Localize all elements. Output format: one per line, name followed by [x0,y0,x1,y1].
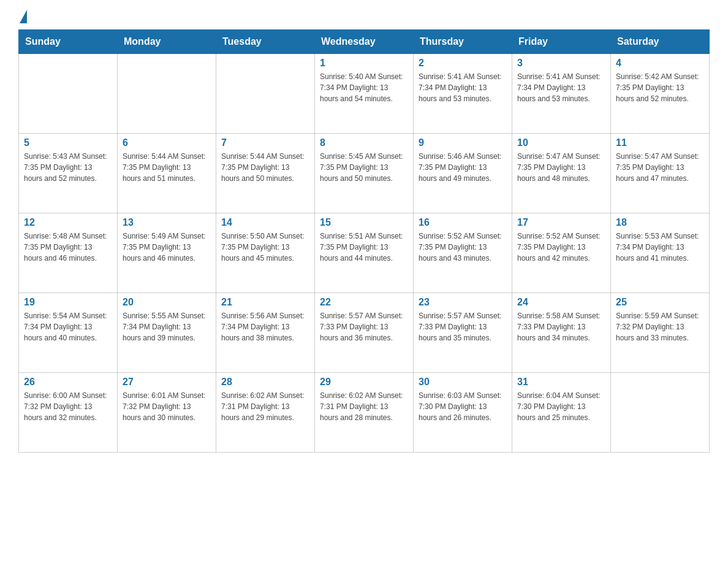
calendar-cell: 11Sunrise: 5:47 AM Sunset: 7:35 PM Dayli… [611,134,710,213]
calendar-week-2: 5Sunrise: 5:43 AM Sunset: 7:35 PM Daylig… [19,134,710,213]
calendar-cell: 6Sunrise: 5:44 AM Sunset: 7:35 PM Daylig… [118,134,216,213]
day-info: Sunrise: 5:54 AM Sunset: 7:34 PM Dayligh… [24,310,112,343]
day-info: Sunrise: 6:03 AM Sunset: 7:30 PM Dayligh… [419,390,507,423]
day-number: 30 [419,377,507,388]
day-number: 19 [24,297,112,308]
day-number: 18 [616,217,704,228]
day-info: Sunrise: 5:52 AM Sunset: 7:35 PM Dayligh… [517,231,605,264]
calendar-cell: 9Sunrise: 5:46 AM Sunset: 7:35 PM Daylig… [414,134,512,213]
weekday-header-monday: Monday [118,30,216,54]
day-number: 10 [517,137,605,148]
day-number: 22 [320,297,408,308]
calendar-cell: 16Sunrise: 5:52 AM Sunset: 7:35 PM Dayli… [414,213,512,293]
calendar-cell: 15Sunrise: 5:51 AM Sunset: 7:35 PM Dayli… [315,213,414,293]
calendar-cell: 5Sunrise: 5:43 AM Sunset: 7:35 PM Daylig… [19,134,118,213]
calendar-cell: 2Sunrise: 5:41 AM Sunset: 7:34 PM Daylig… [414,54,512,134]
day-info: Sunrise: 5:44 AM Sunset: 7:35 PM Dayligh… [123,151,211,184]
day-info: Sunrise: 5:40 AM Sunset: 7:34 PM Dayligh… [320,71,408,104]
day-info: Sunrise: 5:41 AM Sunset: 7:34 PM Dayligh… [517,71,605,104]
day-info: Sunrise: 5:42 AM Sunset: 7:35 PM Dayligh… [616,71,704,104]
calendar-cell: 30Sunrise: 6:03 AM Sunset: 7:30 PM Dayli… [414,373,512,453]
day-info: Sunrise: 5:56 AM Sunset: 7:34 PM Dayligh… [221,310,309,343]
day-number: 3 [517,58,605,69]
calendar-cell: 24Sunrise: 5:58 AM Sunset: 7:33 PM Dayli… [512,293,611,373]
calendar-cell [118,54,216,134]
calendar-week-5: 26Sunrise: 6:00 AM Sunset: 7:32 PM Dayli… [19,373,710,453]
calendar-cell: 14Sunrise: 5:50 AM Sunset: 7:35 PM Dayli… [216,213,315,293]
day-info: Sunrise: 6:02 AM Sunset: 7:31 PM Dayligh… [320,390,408,423]
day-info: Sunrise: 5:55 AM Sunset: 7:34 PM Dayligh… [123,310,211,343]
day-number: 4 [616,58,704,69]
day-info: Sunrise: 5:57 AM Sunset: 7:33 PM Dayligh… [419,310,507,343]
calendar-cell: 22Sunrise: 5:57 AM Sunset: 7:33 PM Dayli… [315,293,414,373]
calendar-cell: 28Sunrise: 6:02 AM Sunset: 7:31 PM Dayli… [216,373,315,453]
day-number: 12 [24,217,112,228]
day-info: Sunrise: 5:43 AM Sunset: 7:35 PM Dayligh… [24,151,112,184]
weekday-header-friday: Friday [512,30,611,54]
calendar-cell: 8Sunrise: 5:45 AM Sunset: 7:35 PM Daylig… [315,134,414,213]
calendar-cell: 1Sunrise: 5:40 AM Sunset: 7:34 PM Daylig… [315,54,414,134]
day-number: 26 [24,377,112,388]
calendar-cell: 13Sunrise: 5:49 AM Sunset: 7:35 PM Dayli… [118,213,216,293]
calendar-week-4: 19Sunrise: 5:54 AM Sunset: 7:34 PM Dayli… [19,293,710,373]
day-number: 5 [24,137,112,148]
weekday-header-sunday: Sunday [19,30,118,54]
calendar-cell: 12Sunrise: 5:48 AM Sunset: 7:35 PM Dayli… [19,213,118,293]
day-number: 6 [123,137,211,148]
day-info: Sunrise: 5:58 AM Sunset: 7:33 PM Dayligh… [517,310,605,343]
day-info: Sunrise: 6:00 AM Sunset: 7:32 PM Dayligh… [24,390,112,423]
calendar-cell: 27Sunrise: 6:01 AM Sunset: 7:32 PM Dayli… [118,373,216,453]
calendar-cell: 29Sunrise: 6:02 AM Sunset: 7:31 PM Dayli… [315,373,414,453]
calendar-header: SundayMondayTuesdayWednesdayThursdayFrid… [19,30,710,54]
day-info: Sunrise: 6:01 AM Sunset: 7:32 PM Dayligh… [123,390,211,423]
day-number: 16 [419,217,507,228]
calendar-cell: 21Sunrise: 5:56 AM Sunset: 7:34 PM Dayli… [216,293,315,373]
day-info: Sunrise: 5:52 AM Sunset: 7:35 PM Dayligh… [419,231,507,264]
calendar-week-3: 12Sunrise: 5:48 AM Sunset: 7:35 PM Dayli… [19,213,710,293]
calendar-cell: 4Sunrise: 5:42 AM Sunset: 7:35 PM Daylig… [611,54,710,134]
calendar-cell [216,54,315,134]
calendar-cell [19,54,118,134]
day-info: Sunrise: 5:46 AM Sunset: 7:35 PM Dayligh… [419,151,507,184]
calendar-cell: 17Sunrise: 5:52 AM Sunset: 7:35 PM Dayli… [512,213,611,293]
day-info: Sunrise: 5:50 AM Sunset: 7:35 PM Dayligh… [221,231,309,264]
weekday-header-thursday: Thursday [414,30,512,54]
day-info: Sunrise: 6:02 AM Sunset: 7:31 PM Dayligh… [221,390,309,423]
day-info: Sunrise: 5:41 AM Sunset: 7:34 PM Dayligh… [419,71,507,104]
calendar-cell: 18Sunrise: 5:53 AM Sunset: 7:34 PM Dayli… [611,213,710,293]
day-number: 25 [616,297,704,308]
day-info: Sunrise: 5:47 AM Sunset: 7:35 PM Dayligh… [616,151,704,184]
day-number: 9 [419,137,507,148]
day-info: Sunrise: 5:53 AM Sunset: 7:34 PM Dayligh… [616,231,704,264]
logo-triangle-icon [20,10,27,23]
day-number: 24 [517,297,605,308]
weekday-header-wednesday: Wednesday [315,30,414,54]
calendar-week-1: 1Sunrise: 5:40 AM Sunset: 7:34 PM Daylig… [19,54,710,134]
day-number: 29 [320,377,408,388]
day-number: 8 [320,137,408,148]
calendar-cell [611,373,710,453]
day-info: Sunrise: 6:04 AM Sunset: 7:30 PM Dayligh… [517,390,605,423]
day-number: 1 [320,58,408,69]
day-info: Sunrise: 5:59 AM Sunset: 7:32 PM Dayligh… [616,310,704,343]
day-number: 20 [123,297,211,308]
day-number: 21 [221,297,309,308]
day-number: 15 [320,217,408,228]
day-info: Sunrise: 5:44 AM Sunset: 7:35 PM Dayligh… [221,151,309,184]
calendar-cell: 3Sunrise: 5:41 AM Sunset: 7:34 PM Daylig… [512,54,611,134]
calendar-cell: 26Sunrise: 6:00 AM Sunset: 7:32 PM Dayli… [19,373,118,453]
day-info: Sunrise: 5:49 AM Sunset: 7:35 PM Dayligh… [123,231,211,264]
page-header [18,12,710,23]
day-number: 11 [616,137,704,148]
calendar-table: SundayMondayTuesdayWednesdayThursdayFrid… [18,29,710,453]
day-info: Sunrise: 5:57 AM Sunset: 7:33 PM Dayligh… [320,310,408,343]
day-number: 28 [221,377,309,388]
day-number: 27 [123,377,211,388]
day-number: 2 [419,58,507,69]
day-number: 17 [517,217,605,228]
day-info: Sunrise: 5:48 AM Sunset: 7:35 PM Dayligh… [24,231,112,264]
calendar-cell: 19Sunrise: 5:54 AM Sunset: 7:34 PM Dayli… [19,293,118,373]
day-number: 7 [221,137,309,148]
day-info: Sunrise: 5:47 AM Sunset: 7:35 PM Dayligh… [517,151,605,184]
day-number: 13 [123,217,211,228]
